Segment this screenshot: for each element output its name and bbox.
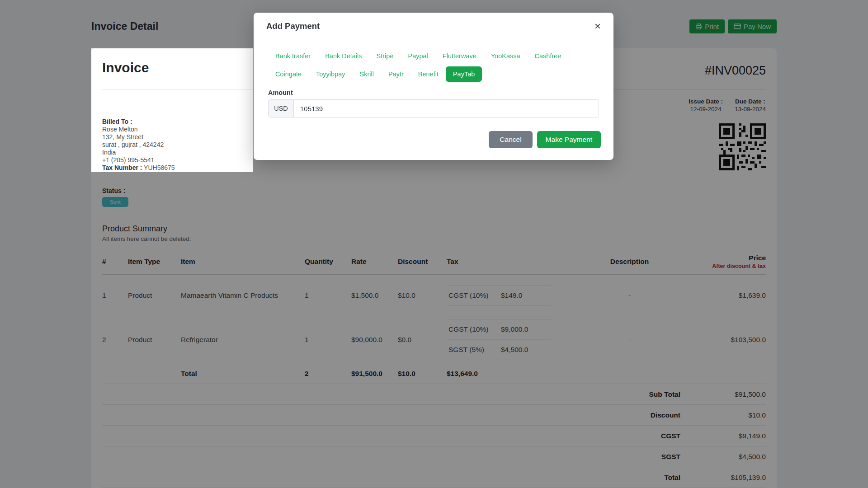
tab-paytab[interactable]: PayTab	[446, 66, 482, 82]
issue-date-label: Issue Date :	[689, 98, 723, 105]
summary-row: CGST$9,149.0	[102, 426, 766, 446]
amount-input[interactable]	[293, 99, 599, 117]
tax-cell: CGST (10%)$149.0	[447, 282, 552, 309]
tab-flutterwave[interactable]: Flutterwave	[435, 48, 484, 64]
col-num: #	[102, 258, 128, 266]
col-tax: Tax	[447, 258, 552, 266]
due-date-value: 13-09-2024	[735, 106, 766, 113]
status-badge: Sent	[102, 197, 128, 207]
tab-bank-details[interactable]: Bank Details	[318, 48, 369, 64]
print-button[interactable]: Print	[689, 19, 725, 33]
billed-to-country: India	[102, 149, 175, 156]
tab-yookassa[interactable]: YooKassa	[484, 48, 528, 64]
currency-addon: USD	[268, 99, 293, 117]
billed-to-block: Billed To : Rose Melton 132, My Street s…	[102, 118, 175, 172]
col-rate: Rate	[351, 258, 398, 266]
tab-stripe[interactable]: Stripe	[369, 48, 401, 64]
price-subnote: After discount & tax	[708, 263, 766, 269]
credit-card-icon	[734, 23, 741, 29]
add-payment-modal: Add Payment × Bank trasfer Bank Details …	[254, 13, 613, 160]
col-quantity: Quantity	[305, 258, 351, 266]
modal-title: Add Payment	[266, 21, 320, 31]
invoice-heading: Invoice	[102, 60, 149, 75]
billed-to-label: Billed To :	[102, 118, 175, 126]
col-item: Item	[181, 258, 305, 266]
issue-date-value: 12-09-2024	[689, 106, 723, 113]
tab-toyyibpay[interactable]: Toyyibpay	[309, 66, 352, 82]
close-icon[interactable]: ×	[594, 22, 601, 31]
tab-paypal[interactable]: Paypal	[401, 48, 435, 64]
table-row: 2 Product Refrigerator 1 $90,000.0 $0.0 …	[102, 316, 766, 363]
items-table-header: # Item Type Item Quantity Rate Discount …	[102, 249, 766, 275]
table-total-row: Total 2 $91,500.0 $10.0 $13,649.0	[102, 363, 766, 384]
tab-cashfree[interactable]: Cashfree	[528, 48, 569, 64]
billed-to-phone: +1 (205) 995-5541	[102, 156, 175, 164]
amount-label: Amount	[268, 89, 599, 96]
table-row: 1 Product Mamaearth Vitamin C Products 1…	[102, 275, 766, 316]
items-table: # Item Type Item Quantity Rate Discount …	[102, 249, 766, 384]
billed-to-city: surat , gujrat , 424242	[102, 141, 175, 149]
page-title: Invoice Detail	[91, 20, 158, 33]
billed-to-street: 132, My Street	[102, 133, 175, 141]
tab-paytr[interactable]: Paytr	[381, 66, 411, 82]
billed-to-name: Rose Melton	[102, 126, 175, 133]
printer-icon	[695, 23, 702, 30]
col-discount: Discount	[398, 258, 447, 266]
invoice-number: #INV00025	[705, 60, 766, 78]
make-payment-button[interactable]: Make Payment	[537, 131, 601, 148]
summary-row: Total$105,139.0	[102, 467, 766, 488]
cancel-button[interactable]: Cancel	[489, 131, 532, 148]
status-label: Status :	[102, 187, 766, 194]
tab-coingate[interactable]: Coingate	[268, 66, 309, 82]
product-summary-title: Product Summary	[102, 224, 766, 234]
tax-number-line: Tax Number : YUH58675	[102, 164, 175, 172]
amount-input-group: USD	[268, 99, 599, 117]
due-date-label: Due Date :	[735, 98, 766, 105]
pay-now-button[interactable]: Pay Now	[728, 19, 777, 33]
toolbar: Print Pay Now	[689, 19, 777, 33]
qr-code	[719, 123, 766, 170]
tax-cell: CGST (10%)$9,000.0 SGST (5%)$4,500.0	[447, 316, 552, 363]
col-price: Price After discount & tax	[708, 254, 766, 269]
col-description: Description	[552, 258, 708, 266]
tab-skrill[interactable]: Skrill	[353, 66, 381, 82]
col-item-type: Item Type	[128, 258, 181, 266]
payment-method-tabs: Bank trasfer Bank Details Stripe Paypal …	[268, 48, 599, 82]
summary-row: Discount$10.0	[102, 405, 766, 426]
summary-row: SGST$4,500.0	[102, 446, 766, 467]
totals-summary: Sub Total$91,500.0 Discount$10.0 CGST$9,…	[102, 384, 766, 488]
tab-benefit[interactable]: Benefit	[411, 66, 446, 82]
summary-row: Sub Total$91,500.0	[102, 384, 766, 405]
product-summary-subtitle: All items here cannot be deleted.	[102, 235, 766, 242]
dates-block: Issue Date : 12-09-2024 Due Date : 13-09…	[689, 98, 766, 113]
tab-bank-trasfer[interactable]: Bank trasfer	[268, 48, 318, 64]
